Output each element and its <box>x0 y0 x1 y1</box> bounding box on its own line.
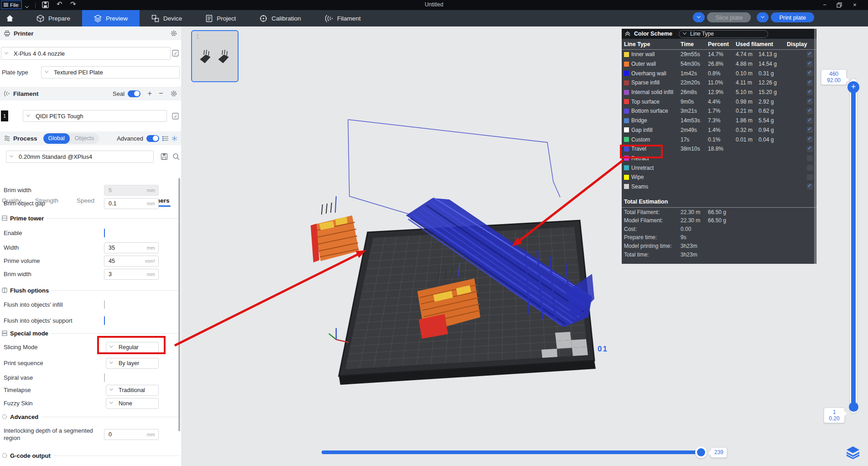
display-checkbox[interactable] <box>807 70 813 76</box>
line-type-swatch <box>624 109 629 114</box>
seal-toggle[interactable] <box>128 90 140 97</box>
edit-printer-icon[interactable] <box>172 50 179 57</box>
prime-volume-input[interactable]: 45 mm³ <box>104 256 159 267</box>
display-checkbox[interactable] <box>807 155 813 161</box>
flush-support-checkbox[interactable] <box>104 316 105 325</box>
tab-preview[interactable]: Preview <box>82 10 140 26</box>
display-checkbox[interactable] <box>807 61 813 67</box>
printer-settings-gear-icon[interactable] <box>170 30 177 37</box>
display-checkbox[interactable] <box>807 127 813 133</box>
settings-sidebar: Printer X-Plus 4 0.4 nozzle Plate type T… <box>0 26 181 466</box>
line-type-time: 22m20s <box>681 79 708 86</box>
step-slider-handle[interactable] <box>695 446 707 458</box>
menu-chevron-icon[interactable] <box>26 3 28 10</box>
filament-select[interactable]: QIDI PETG Tough <box>23 110 167 122</box>
interlocking-depth-input[interactable]: 0 mm <box>104 429 159 440</box>
remove-filament-button[interactable]: − <box>159 89 163 98</box>
advanced-toggle[interactable] <box>146 135 159 142</box>
collapse-chevron-icon[interactable] <box>625 31 630 36</box>
prime-tower-enable-checkbox[interactable] <box>104 229 105 237</box>
display-checkbox[interactable] <box>807 183 813 189</box>
layer-slider-add-button[interactable]: + <box>847 81 859 93</box>
flush-infill-checkbox[interactable] <box>104 300 105 309</box>
display-checkbox[interactable] <box>807 80 813 86</box>
tab-device[interactable]: Device <box>140 10 194 26</box>
filament-slot-badge[interactable]: 1 <box>1 110 8 121</box>
print-options-chevron[interactable] <box>757 12 769 22</box>
plate-thumbnail[interactable]: 1 <box>191 30 239 82</box>
line-type-label: Internal solid infill <box>631 89 681 95</box>
printer-preset-select[interactable]: X-Plus 4 0.4 nozzle <box>1 47 171 60</box>
line-type-label: Gap infill <box>631 127 681 133</box>
add-filament-button[interactable]: + <box>147 89 152 98</box>
timelapse-select[interactable]: Traditional <box>106 385 159 396</box>
layers-view-icon[interactable] <box>846 446 860 459</box>
restore-button[interactable] <box>834 1 844 9</box>
print-plate-button[interactable]: Print plate <box>771 12 814 22</box>
tab-filament[interactable]: Filament <box>313 10 373 26</box>
display-checkbox[interactable] <box>807 99 813 105</box>
process-scope-toggle: Global Objects <box>43 133 99 144</box>
spiral-vase-checkbox[interactable] <box>104 373 105 382</box>
save-preset-icon[interactable] <box>161 153 168 160</box>
line-type-label: Top surface <box>631 99 681 105</box>
tab-prepare[interactable]: Prepare <box>25 10 82 26</box>
legend-scrollbar[interactable] <box>814 29 816 264</box>
close-button[interactable]: × <box>850 1 860 9</box>
line-type-label: Unretract <box>631 165 681 171</box>
display-checkbox[interactable] <box>807 136 813 142</box>
line-type-length: 0.98 m <box>736 99 759 105</box>
process-section-header: Process Global Objects Advanced <box>0 131 181 145</box>
line-type-weight: 15.20 g <box>759 89 788 95</box>
calibration-icon <box>260 15 267 22</box>
scope-objects[interactable]: Objects <box>70 133 99 144</box>
file-menu[interactable]: File <box>1 0 22 9</box>
flush-options-icon <box>2 288 7 293</box>
layer-slider-bottom-handle[interactable] <box>849 402 858 412</box>
slice-options-chevron[interactable] <box>693 12 705 22</box>
snowflake-icon[interactable] <box>172 136 177 141</box>
save-icon[interactable] <box>42 1 49 8</box>
process-preset-select[interactable]: 0.20mm Standard @XPlus4 <box>6 151 154 163</box>
line-type-label: Wipe <box>631 174 681 180</box>
display-checkbox[interactable] <box>807 118 813 124</box>
layer-slider-range[interactable] <box>851 82 856 409</box>
plate-type-select[interactable]: Textured PEI Plate <box>41 66 180 79</box>
line-type-percent: 26.8% <box>708 61 736 67</box>
total-estimation-row: Model Filament:22.30 m66.50 g <box>622 216 816 225</box>
display-checkbox[interactable] <box>807 165 813 171</box>
slice-plate-button[interactable]: Slice plate <box>707 12 751 22</box>
brim-width-input[interactable]: 5 mm <box>104 185 159 196</box>
sidebar-scrollbar[interactable] <box>178 178 180 431</box>
prime-tower-width-input[interactable]: 35 mm <box>104 242 159 253</box>
tab-project[interactable]: Project <box>194 10 248 26</box>
line-type-time: 2m49s <box>681 127 708 133</box>
step-value-tooltip: 239 <box>711 447 727 458</box>
search-preset-icon[interactable] <box>172 153 180 160</box>
undo-icon[interactable]: ↶ <box>57 0 62 8</box>
view-type-select[interactable]: Line Type <box>679 30 768 38</box>
scope-global[interactable]: Global <box>43 133 70 144</box>
hamburger-icon <box>4 3 8 7</box>
total-estimation-row: Cost:0.00 <box>622 225 816 234</box>
filament-settings-gear-icon[interactable] <box>170 90 177 97</box>
brim-object-gap-input[interactable]: 0.1 mm <box>104 198 159 209</box>
display-checkbox[interactable] <box>807 52 813 58</box>
legend-column-headers: Line Type Time Percent Used filament Dis… <box>622 39 816 50</box>
minimize-button[interactable]: − <box>820 1 830 9</box>
param-table-icon[interactable] <box>162 136 168 141</box>
display-checkbox[interactable] <box>807 89 813 95</box>
home-button[interactable] <box>0 10 19 26</box>
display-checkbox[interactable] <box>807 108 813 114</box>
redo-icon[interactable]: ↷ <box>70 0 76 8</box>
step-slider[interactable] <box>322 450 707 454</box>
print-sequence-select[interactable]: By layer <box>106 358 159 369</box>
display-checkbox[interactable] <box>807 146 813 152</box>
tab-calibration[interactable]: Calibration <box>248 10 313 26</box>
edit-filament-icon[interactable] <box>172 113 179 120</box>
line-type-swatch <box>624 99 629 104</box>
fuzzy-skin-select[interactable]: None <box>106 398 159 409</box>
line-type-length: 0.32 m <box>736 127 759 133</box>
prime-brim-width-input[interactable]: 3 mm <box>104 269 159 280</box>
display-checkbox[interactable] <box>807 174 813 180</box>
